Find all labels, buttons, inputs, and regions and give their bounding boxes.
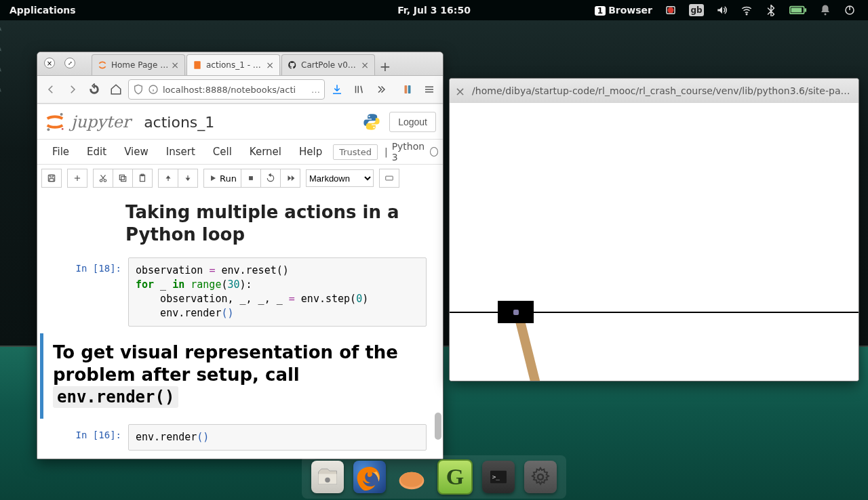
- url-ellipsis[interactable]: …: [311, 85, 320, 95]
- close-tab-icon[interactable]: ×: [266, 60, 274, 70]
- svg-text:>_: >_: [492, 473, 500, 480]
- add-cell-button[interactable]: [67, 169, 87, 188]
- svg-point-22: [60, 113, 63, 116]
- logout-button[interactable]: Logout: [389, 112, 436, 132]
- markdown-cell-selected[interactable]: To get visual representation of the prob…: [40, 333, 427, 419]
- svg-rect-17: [405, 85, 408, 93]
- terminal-app[interactable]: >_: [482, 461, 515, 493]
- menu-kernel[interactable]: Kernel: [241, 143, 290, 161]
- files-app[interactable]: [311, 461, 344, 493]
- cartpole-canvas: [450, 103, 859, 381]
- address-bar[interactable]: localhost:8888/notebooks/acti …: [128, 79, 325, 100]
- jupyter-header: jupyter actions_1 Logout: [37, 105, 443, 140]
- svg-point-23: [47, 128, 50, 131]
- command-palette-button[interactable]: [379, 169, 399, 188]
- code-cell[interactable]: In [18]: observation = env.reset() for _…: [37, 257, 443, 327]
- back-button[interactable]: [41, 80, 60, 99]
- paste-button[interactable]: [132, 169, 153, 188]
- new-tab-button[interactable]: +: [376, 58, 394, 75]
- close-icon[interactable]: ×: [455, 84, 465, 98]
- menu-view[interactable]: View: [116, 143, 157, 161]
- reload-button[interactable]: [85, 80, 104, 99]
- jupyter-toolbar: Run Markdown: [37, 165, 443, 192]
- menu-insert[interactable]: Insert: [158, 143, 203, 161]
- jupyter-logo[interactable]: jupyter: [44, 111, 130, 133]
- svg-point-25: [369, 116, 370, 117]
- overflow-button[interactable]: [371, 80, 390, 99]
- wifi-icon[interactable]: [741, 4, 753, 16]
- app-g[interactable]: G: [437, 459, 473, 495]
- tab-label: Home Page - S: [111, 60, 168, 70]
- home-button[interactable]: [106, 80, 125, 99]
- menu-help[interactable]: Help: [291, 143, 330, 161]
- stop-button[interactable]: [241, 169, 261, 188]
- tab-notebook[interactable]: actions_1 - Jup ×: [186, 54, 280, 75]
- input-prompt: In [18]:: [40, 257, 128, 327]
- cut-button[interactable]: [93, 169, 113, 188]
- restart-run-button[interactable]: [280, 169, 300, 188]
- scrollbar-thumb[interactable]: [435, 413, 441, 440]
- notebook-name[interactable]: actions_1: [144, 114, 214, 131]
- run-button[interactable]: Run: [203, 169, 241, 188]
- copy-button[interactable]: [113, 169, 133, 188]
- tab-home[interactable]: Home Page - S ×: [92, 54, 185, 75]
- maximize-window-button[interactable]: ⤢: [64, 58, 75, 68]
- extension-button[interactable]: [398, 80, 417, 99]
- restart-button[interactable]: [260, 169, 281, 188]
- trusted-indicator[interactable]: Trusted: [333, 144, 378, 160]
- notebook-body[interactable]: Taking multiple actions in a Python loop…: [37, 189, 443, 459]
- code-cell[interactable]: In [16]: env.render(): [37, 424, 443, 451]
- menu-cell[interactable]: Cell: [205, 143, 240, 161]
- window-titlebar[interactable]: × ⤢ Home Page - S × actions_1 - Jup × Ca…: [37, 52, 443, 76]
- app-orange[interactable]: [395, 461, 428, 493]
- volume-icon[interactable]: [716, 4, 728, 16]
- settings-app[interactable]: [524, 461, 557, 493]
- svg-rect-40: [167, 178, 168, 181]
- applications-menu[interactable]: Applications: [0, 5, 85, 16]
- svg-point-33: [104, 180, 106, 182]
- firefox-app[interactable]: [353, 461, 386, 493]
- library-button[interactable]: [349, 80, 368, 99]
- menu-button[interactable]: [420, 80, 439, 99]
- menu-file[interactable]: File: [44, 143, 77, 161]
- power-icon[interactable]: [844, 4, 856, 16]
- move-down-button[interactable]: [178, 169, 198, 188]
- kernel-name[interactable]: | Python 3: [384, 141, 438, 163]
- notebook-favicon: [193, 60, 202, 70]
- jupyter-page: jupyter actions_1 Logout File Edit View …: [37, 105, 443, 459]
- viewer-titlebar[interactable]: × /home/dibya/startup-code/rl_mooc/rl_cr…: [450, 79, 859, 104]
- svg-point-32: [100, 180, 102, 182]
- svg-rect-4: [805, 8, 807, 12]
- screencast-icon[interactable]: [665, 4, 677, 16]
- notifications-icon[interactable]: [819, 4, 831, 16]
- svg-point-50: [401, 472, 423, 487]
- code-input[interactable]: env.render(): [128, 424, 427, 451]
- viewer-title: /home/dibya/startup-code/rl_mooc/rl_cras…: [472, 85, 853, 96]
- tab-label: CartPole v0 · o: [301, 60, 358, 70]
- tab-github[interactable]: CartPole v0 · o ×: [281, 54, 375, 75]
- tab-label: actions_1 - Jup: [206, 60, 263, 70]
- info-icon[interactable]: [148, 84, 159, 95]
- keyboard-layout-icon[interactable]: gb: [689, 4, 704, 16]
- battery-icon[interactable]: [789, 4, 807, 16]
- svg-rect-18: [408, 85, 411, 93]
- forward-button[interactable]: [63, 80, 82, 99]
- move-up-button[interactable]: [158, 169, 178, 188]
- save-button[interactable]: [41, 169, 62, 188]
- celltype-select[interactable]: Markdown: [306, 169, 374, 187]
- url-text: localhost:8888/notebooks/acti: [163, 85, 296, 95]
- render-window: × /home/dibya/startup-code/rl_mooc/rl_cr…: [449, 78, 859, 381]
- close-tab-icon[interactable]: ×: [361, 60, 369, 70]
- close-window-button[interactable]: ×: [44, 58, 55, 68]
- workspace-indicator[interactable]: 1Browser: [595, 5, 652, 16]
- bluetooth-icon[interactable]: [765, 4, 777, 16]
- menu-edit[interactable]: Edit: [79, 143, 115, 161]
- pole-axis: [513, 310, 519, 315]
- code-input[interactable]: observation = env.reset() for _ in range…: [128, 257, 427, 327]
- tab-strip: Home Page - S × actions_1 - Jup × CartPo…: [92, 52, 394, 75]
- input-prompt: In [16]:: [40, 424, 128, 451]
- close-tab-icon[interactable]: ×: [171, 60, 179, 70]
- jupyter-logo-text: jupyter: [71, 112, 130, 131]
- downloads-button[interactable]: [328, 80, 347, 99]
- clock[interactable]: Fr, Jul 3 16:50: [397, 5, 471, 16]
